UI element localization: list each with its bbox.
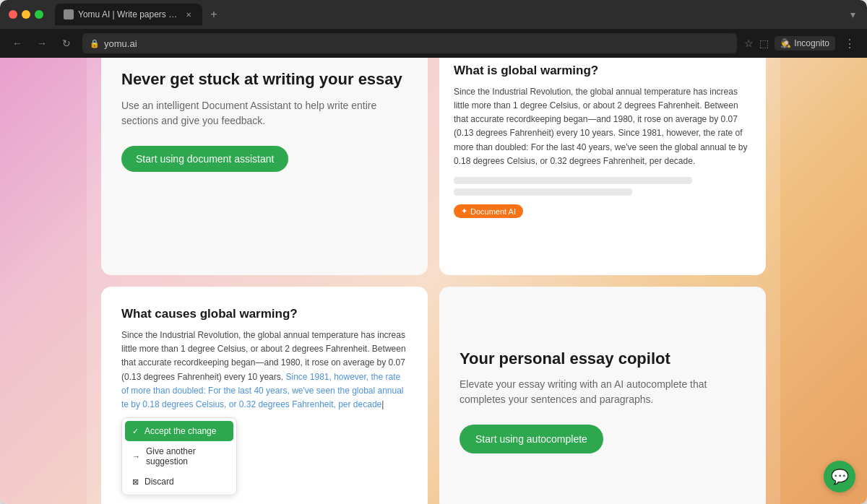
- browser-frame: Yomu AI | Write papers and e ✕ + ▾ ← → ↻…: [0, 0, 867, 504]
- document-assistant-card: Never get stuck at writing your essay Us…: [101, 58, 428, 275]
- card4-heading: Your personal essay copilot: [460, 349, 746, 368]
- give-suggestion-label: Give another suggestion: [146, 446, 226, 466]
- card2-body: Since the Industrial Revolution, the glo…: [454, 85, 751, 168]
- page-content: Never get stuck at writing your essay Us…: [0, 58, 867, 504]
- chat-icon: 💬: [831, 468, 849, 485]
- placeholder-line-1: [454, 177, 692, 184]
- global-warming-card: What is global warming? Since the Indust…: [439, 58, 766, 275]
- chevron-down-icon: ▾: [847, 6, 858, 23]
- traffic-lights: [9, 10, 43, 19]
- discard-label: Discard: [144, 477, 174, 487]
- accept-change-label: Accept the change: [144, 426, 216, 436]
- arrow-icon: →: [132, 452, 140, 461]
- incognito-badge: 🕵️ Incognito: [775, 36, 835, 51]
- start-autocomplete-button[interactable]: Start using autocomplete: [460, 425, 603, 453]
- fullscreen-window-button[interactable]: [35, 10, 43, 19]
- address-bar-actions: ☆ ⬚ 🕵️ Incognito ⋮: [744, 34, 858, 53]
- title-bar: Yomu AI | Write papers and e ✕ + ▾: [0, 0, 867, 29]
- discard-icon: ⊠: [132, 477, 139, 487]
- address-box[interactable]: 🔒 yomu.ai: [82, 33, 737, 53]
- give-suggestion-menu-item[interactable]: → Give another suggestion: [125, 441, 233, 472]
- essay-copilot-card: Your personal essay copilot Elevate your…: [439, 287, 766, 504]
- tab-favicon: [64, 9, 74, 19]
- checkmark-icon: ✓: [132, 427, 139, 436]
- reload-button[interactable]: ↻: [58, 35, 75, 52]
- back-button[interactable]: ←: [9, 35, 26, 52]
- address-bar-row: ← → ↻ 🔒 yomu.ai ☆ ⬚ 🕵️ Incognito ⋮: [0, 29, 867, 58]
- active-tab[interactable]: Yomu AI | Write papers and e ✕: [55, 4, 202, 25]
- tab-title: Yomu AI | Write papers and e: [78, 9, 179, 19]
- card3-heading: What causes global warming?: [121, 307, 407, 321]
- tab-bar: Yomu AI | Write papers and e ✕ +: [55, 4, 842, 25]
- new-tab-button[interactable]: +: [205, 6, 223, 23]
- close-window-button[interactable]: [9, 10, 17, 19]
- url-display: yomu.ai: [104, 38, 137, 49]
- document-ai-label: Document AI: [470, 207, 516, 216]
- cursor: |: [381, 399, 384, 409]
- accept-change-menu-item[interactable]: ✓ Accept the change: [125, 421, 233, 441]
- document-ai-badge: ✦ Document AI: [454, 204, 523, 218]
- incognito-label: Incognito: [794, 38, 829, 48]
- incognito-icon: 🕵️: [780, 38, 791, 48]
- tab-close-button[interactable]: ✕: [184, 9, 194, 19]
- global-warming-causes-card: What causes global warming? Since the In…: [101, 287, 428, 504]
- more-options-button[interactable]: ⋮: [841, 34, 858, 53]
- card1-heading: Never get stuck at writing your essay: [121, 69, 407, 90]
- lock-icon: 🔒: [90, 39, 100, 48]
- forward-button[interactable]: →: [33, 35, 51, 52]
- card1-subtitle: Use an intelligent Document Assistant to…: [121, 98, 407, 129]
- minimize-window-button[interactable]: [22, 10, 30, 19]
- card2-heading: What is global warming?: [454, 64, 751, 78]
- card3-body: Since the Industrial Revolution, the glo…: [121, 329, 407, 412]
- main-container: Never get stuck at writing your essay Us…: [87, 58, 780, 504]
- document-ai-icon: ✦: [461, 207, 467, 216]
- start-document-assistant-button[interactable]: Start using document assistant: [121, 146, 288, 172]
- extensions-icon[interactable]: ⬚: [759, 38, 769, 49]
- discard-menu-item[interactable]: ⊠ Discard: [125, 472, 233, 492]
- chat-support-button[interactable]: 💬: [824, 461, 855, 492]
- placeholder-line-2: [454, 188, 632, 196]
- card4-subtitle: Elevate your essay writing with an AI au…: [460, 377, 746, 407]
- title-bar-right: ▾: [847, 6, 858, 23]
- bookmark-icon[interactable]: ☆: [744, 38, 754, 49]
- context-menu: ✓ Accept the change → Give another sugge…: [121, 417, 237, 495]
